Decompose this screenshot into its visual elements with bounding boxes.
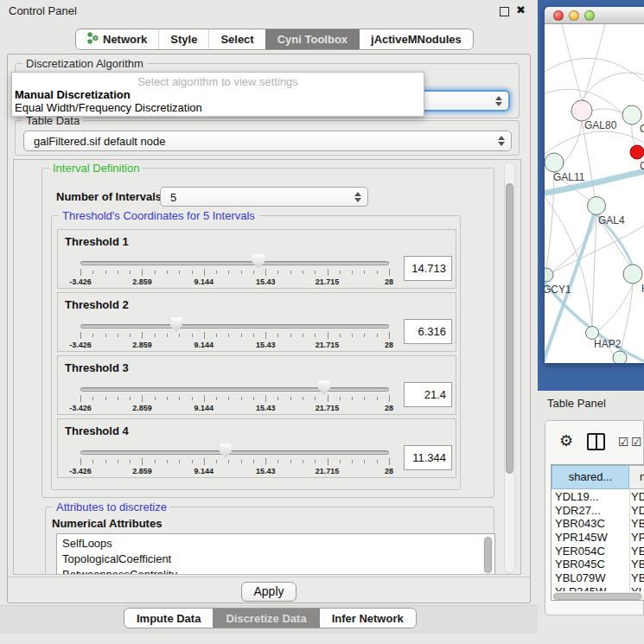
number-of-intervals-spinner[interactable]: 5 [160,187,368,207]
tick-mark [315,460,316,463]
tick-mark [179,271,180,274]
tick-label: -3.426 [69,277,92,286]
threshold-slider: -3.426 2.859 9.144 15.43 21.715 28 [80,356,389,416]
slider-track[interactable] [80,324,389,328]
tick-mark [290,271,291,274]
network-node[interactable] [630,145,644,159]
network-node-gcy1[interactable] [545,268,553,282]
network-edge[interactable] [598,284,633,330]
threshold-value-field[interactable]: 14.713 [404,256,452,281]
network-edge[interactable] [582,73,644,100]
interval-definition-group: Interval Definition Number of Intervals … [41,168,494,498]
tab-select[interactable]: Select [208,29,265,49]
tick-mark [364,334,365,337]
network-node[interactable] [613,351,627,363]
tick-label: 28 [385,467,393,475]
scrollbar-thumb[interactable] [484,537,492,573]
minimize-traffic-light[interactable] [569,10,579,21]
tick-mark [389,458,390,465]
network-node[interactable] [622,105,641,124]
vertical-scrollbar[interactable] [504,162,515,573]
column-header-shared-name[interactable]: shared... [552,465,629,489]
tick-mark [340,334,341,337]
network-edge[interactable] [546,172,554,268]
tick-mark [167,397,168,400]
threshold-1-block: Threshold 1 -3.426 2.859 9.144 15.43 [57,229,456,289]
tick-label: 15.43 [256,277,276,286]
tab-cyni-toolbox[interactable]: Cyni Toolbox [265,29,359,49]
checkbox-icon[interactable]: ☑ [618,435,629,449]
list-scrollbar[interactable] [483,536,493,575]
slider-thumb[interactable] [220,443,232,458]
network-node-gal4[interactable] [588,197,606,215]
table-data-combobox[interactable]: galFiltered.sif default node [23,131,512,151]
dropdown-option-manual-discretization[interactable]: Manual Discretization [15,88,131,101]
slider-track[interactable] [80,387,389,392]
node-label: GAL11 [553,171,585,183]
tick-mark [277,397,278,400]
cell-shared-name: YPR145W [555,531,608,544]
threshold-value-field[interactable]: 21.4 [404,382,452,407]
checkbox-icon[interactable]: ☑ [631,435,642,449]
network-node[interactable] [623,265,642,284]
tick-mark [92,460,93,463]
network-edge[interactable] [583,24,605,100]
table-panel-titlebar: Table Panel [538,391,644,417]
list-item[interactable]: TopologicalCoefficient [62,552,494,567]
network-node-gal11[interactable] [545,153,564,172]
network-edge[interactable] [592,214,596,327]
scrollbar-thumb[interactable] [553,593,641,600]
tab-impute-data[interactable]: Impute Data [124,609,213,628]
tab-jactivemnodules[interactable]: jActiveMNodules [359,29,473,49]
threshold-value-field[interactable]: 6.316 [404,319,452,344]
tick-label: 15.43 [256,341,276,349]
network-edge[interactable] [632,124,636,146]
threshold-value-field[interactable]: 11.344 [404,445,452,470]
slider-thumb[interactable] [170,317,182,332]
apply-button[interactable]: Apply [241,582,296,602]
tick-label: 15.43 [256,404,276,412]
columns-icon[interactable] [587,433,605,450]
horizontal-scrollbar[interactable] [552,592,644,601]
float-window-icon[interactable] [500,7,509,16]
zoom-traffic-light[interactable] [584,10,595,21]
numerical-attributes-list[interactable]: SelfLoopsTopologicalCoefficientBetweenne… [56,533,495,575]
slider-thumb[interactable] [318,380,330,395]
tick-mark [118,397,118,400]
tab-discretize-data[interactable]: Discretize Data [213,609,318,628]
column-header-name[interactable]: n [629,465,644,489]
tick-mark [389,332,390,339]
tick-mark [92,271,93,274]
tick-label: -3.426 [69,467,92,475]
scrollbar-thumb[interactable] [506,183,513,474]
tick-mark [216,271,217,274]
gear-icon[interactable]: ⚙ [559,431,573,450]
slider-track[interactable] [80,450,389,455]
tick-label: 2.859 [132,404,152,412]
tick-mark [216,334,217,337]
slider-track[interactable] [80,261,389,265]
slider-thumb[interactable] [252,254,265,269]
tick-mark [340,397,341,400]
close-icon[interactable]: ✖ [516,3,526,16]
tick-mark [204,395,205,402]
tab-style[interactable]: Style [158,29,208,49]
table-data-group: Table Data galFiltered.sif default node [15,120,520,156]
list-item[interactable]: BetweennessCentrality [62,567,494,575]
list-item[interactable]: SelfLoops [62,536,494,552]
network-window-titlebar[interactable] [545,7,644,24]
close-traffic-light[interactable] [553,10,564,21]
node-table: shared... n YDL19...YDL1YDR27...YDR2YBR0… [551,464,644,601]
network-edge[interactable] [621,284,633,351]
tab-infer-network[interactable]: Infer Network [319,609,416,628]
tick-mark [118,460,118,463]
tab-network[interactable]: Network [76,29,158,49]
network-edge[interactable] [562,121,582,166]
network-node-gal80[interactable] [571,100,592,121]
network-edge[interactable] [545,131,644,154]
node-label: GCY1 [545,284,571,296]
dropdown-option-equal-width-frequency[interactable]: Equal Width/Frequency Discretization [15,101,202,114]
tick-label: 28 [385,277,393,286]
right-region: GAL80GACGAL11GAL4GCY1HHAP2 Table Panel ⚙… [538,0,644,644]
network-canvas[interactable]: GAL80GACGAL11GAL4GCY1HHAP2 [545,24,644,363]
